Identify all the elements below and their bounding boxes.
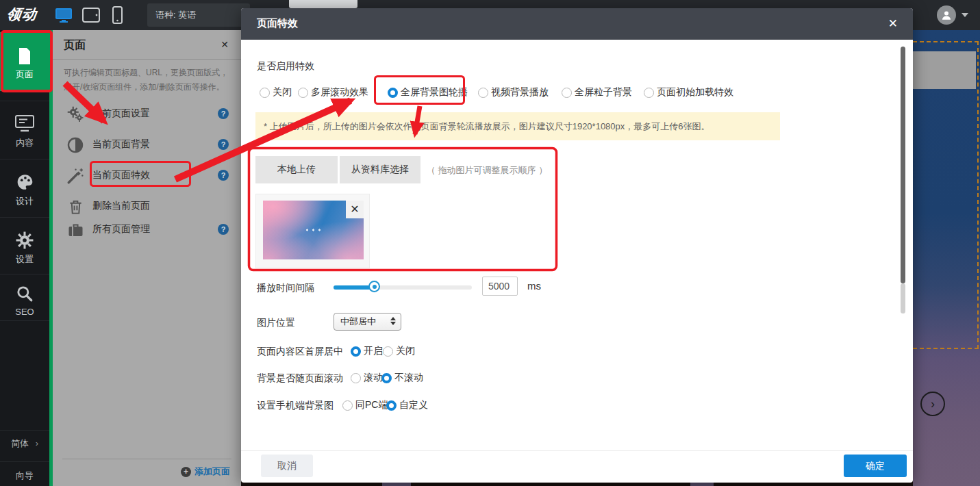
interval-slider-track[interactable]: [334, 285, 472, 290]
account-dropdown-caret[interactable]: [962, 13, 968, 17]
toolbar-pill: [289, 0, 357, 8]
page-preview-strip: ›: [913, 30, 980, 486]
sidebar-item-label: 设置: [0, 253, 49, 266]
radio-icon: [644, 88, 654, 98]
radio-icon-selected: [351, 346, 361, 357]
effect-option-video[interactable]: 视频背景播放: [478, 86, 549, 99]
effect-option-particles[interactable]: 全屏粒子背景: [562, 86, 632, 99]
dialog-title: 页面特效: [257, 17, 298, 30]
interval-label: 播放时间间隔: [257, 282, 314, 294]
remove-image-icon[interactable]: ✕: [346, 201, 364, 218]
mobile-bg-option-same-pc[interactable]: 同PC端: [342, 399, 388, 411]
radio-icon: [260, 88, 270, 98]
plus-circle-icon: +: [181, 467, 191, 477]
magic-wand-icon: [66, 167, 84, 185]
dialog-close-icon[interactable]: ✕: [888, 16, 898, 31]
interval-slider-thumb[interactable]: [368, 281, 380, 292]
radio-icon: [351, 373, 361, 383]
upload-notice: * 上传图片后，所上传的图片会依次作为页面背景轮流播放展示，图片建议尺寸1920…: [255, 112, 780, 140]
help-icon[interactable]: ?: [218, 170, 229, 181]
add-page-button[interactable]: + 添加页面: [181, 465, 230, 478]
panel-close-icon[interactable]: ✕: [221, 39, 229, 50]
effect-option-off[interactable]: 关闭: [260, 86, 292, 99]
main-sidebar: 页面 内容 设计 设置 SEO: [0, 30, 49, 486]
uploaded-image-card: ✕: [255, 194, 370, 268]
interval-input[interactable]: [482, 277, 518, 296]
search-icon: [0, 282, 49, 303]
confirm-button[interactable]: 确定: [844, 455, 907, 477]
radio-icon-selected: [388, 88, 398, 98]
briefcase-icon: [66, 221, 84, 239]
locale-switcher[interactable]: 简体 ›: [0, 437, 49, 450]
sidebar-item-design[interactable]: 设计: [0, 161, 49, 216]
gear-icon: [0, 229, 49, 249]
sidebar-item-label: 页面: [0, 68, 49, 81]
mobile-bg-option-custom[interactable]: 自定义: [386, 399, 428, 411]
effect-option-multiscreen[interactable]: 多屏滚动效果: [298, 86, 368, 99]
center-option-off[interactable]: 关闭: [383, 345, 415, 357]
mobile-bg-label: 设置手机端背景图: [257, 400, 334, 412]
center-option-on[interactable]: 开启: [351, 345, 383, 357]
cancel-button[interactable]: 取消: [261, 455, 313, 477]
uploaded-image-thumbnail[interactable]: ✕: [263, 201, 364, 259]
effect-option-initial-load[interactable]: 页面初始加载特效: [644, 86, 733, 99]
tablet-view-icon[interactable]: [81, 6, 101, 24]
language-selector[interactable]: 语种: 英语: [147, 3, 250, 27]
sidebar-item-page[interactable]: 页面: [0, 32, 49, 91]
contrast-icon: [66, 136, 84, 154]
app-root: 领动 语种: 英语 页面 内容: [0, 0, 980, 486]
radio-icon-selected: [381, 373, 392, 383]
desktop-view-icon[interactable]: [53, 6, 74, 24]
bg-scroll-label: 背景是否随页面滚动: [257, 372, 343, 385]
selection-dashed-outline: [913, 41, 979, 349]
wizard-link[interactable]: 向导: [0, 470, 49, 482]
radio-icon-selected: [386, 400, 397, 411]
sidebar-item-label: 内容: [0, 137, 49, 149]
sidebar-item-content[interactable]: 内容: [0, 103, 49, 157]
user-avatar[interactable]: [937, 5, 956, 25]
image-position-select[interactable]: 中部居中: [334, 313, 401, 331]
panel-title: 页面: [64, 38, 86, 53]
help-icon[interactable]: ?: [218, 224, 229, 235]
dialog-scrollbar-thumb[interactable]: [901, 47, 905, 283]
interval-unit: ms: [527, 280, 541, 292]
page-effects-dialog: 页面特效 ✕ 是否启用特效 关闭 多屏滚动效果 全屏背景图轮播 视频背景播放 全…: [241, 8, 913, 483]
app-logo: 领动: [5, 5, 38, 24]
chevron-right-icon: ›: [36, 438, 38, 448]
bg-scroll-option-fixed[interactable]: 不滚动: [381, 372, 423, 384]
sidebar-item-settings[interactable]: 设置: [0, 219, 49, 274]
tab-from-library[interactable]: 从资料库选择: [340, 156, 420, 183]
radio-icon: [298, 88, 308, 98]
menu-item-page-settings[interactable]: 当前页面设置 ?: [53, 101, 241, 128]
radio-icon: [383, 346, 393, 357]
sidebar-item-label: 设计: [0, 195, 49, 207]
radio-icon: [562, 88, 572, 98]
content-icon: [0, 112, 49, 133]
carousel-next-button[interactable]: ›: [920, 392, 945, 416]
help-icon[interactable]: ?: [218, 108, 229, 119]
menu-item-page-background[interactable]: 当前页面背景 ?: [53, 131, 241, 159]
sidebar-item-seo[interactable]: SEO: [0, 275, 49, 320]
dialog-header: 页面特效 ✕: [241, 8, 913, 40]
effect-option-fullscreen-carousel[interactable]: 全屏背景图轮播: [388, 86, 468, 99]
bg-scroll-option-scroll[interactable]: 滚动: [351, 372, 383, 384]
image-position-label: 图片位置: [257, 317, 295, 329]
page-tool-panel: 页面 ✕ 可执行编辑页面标题、URL，更换页面版式，展开/收缩页面组件，添加/删…: [53, 30, 241, 486]
sidebar-item-label: SEO: [0, 307, 49, 317]
drag-hint: （ 拖动图片可调整展示顺序 ）: [427, 164, 547, 177]
page-icon: [0, 44, 49, 64]
mobile-view-icon[interactable]: [107, 6, 127, 24]
help-icon[interactable]: ?: [218, 139, 229, 150]
select-spinner-icon: [390, 317, 396, 325]
palette-icon: [0, 170, 49, 191]
radio-icon: [342, 400, 353, 411]
menu-item-all-pages[interactable]: 所有页面管理 ?: [53, 216, 241, 244]
menu-item-page-effects[interactable]: 当前页面特效 ?: [53, 162, 241, 190]
tab-local-upload[interactable]: 本地上传: [255, 156, 338, 183]
radio-icon: [478, 88, 488, 98]
trash-icon: [66, 198, 84, 216]
panel-description: 可执行编辑页面标题、URL，更换页面版式，展开/收缩页面组件，添加/删除页面等操…: [64, 66, 232, 94]
dialog-scrollbar-track: [901, 283, 905, 314]
enable-effects-label: 是否启用特效: [257, 60, 314, 73]
gears-icon: [66, 105, 84, 123]
